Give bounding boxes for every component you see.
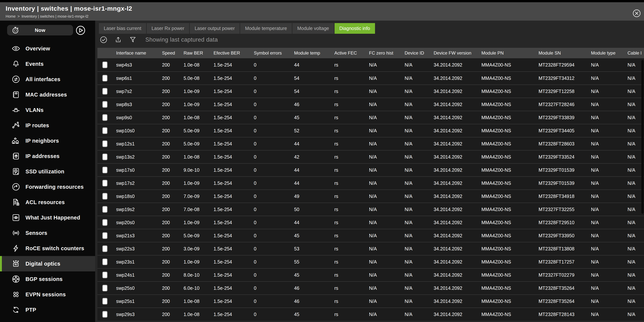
tab-module-temperature[interactable]: Module temperature — [240, 23, 292, 34]
row-checkbox[interactable] — [102, 271, 108, 278]
tab-module-voltage[interactable]: Module voltage — [292, 23, 334, 34]
row-checkbox[interactable] — [102, 75, 108, 82]
column-header-module-temp[interactable]: Module temp — [290, 51, 330, 56]
column-header-device-fw-version[interactable]: Device FW version — [430, 51, 478, 56]
column-header-efective-ber[interactable]: Efective BER — [210, 51, 250, 56]
table-row[interactable]: swp12s12005.0e-091.5e-254044rsN/AN/A34.2… — [98, 137, 644, 150]
sidebar-item-ip-routes[interactable]: IP routes — [0, 118, 95, 133]
row-checkbox[interactable] — [102, 245, 108, 252]
cell-efective-ber: 1.5e-254 — [210, 62, 250, 68]
table-row[interactable]: swp10s02005.0e-091.5e-254052rsN/AN/A34.2… — [98, 124, 644, 137]
cell-fc-zero-hist: N/A — [365, 298, 401, 304]
toolbar: Showing last captured data — [100, 34, 218, 45]
table-row[interactable]: swp17s02009.0e-101.5e-254044rsN/AN/A34.2… — [98, 163, 644, 176]
sidebar-item-ip-addresses[interactable]: IP addresses — [0, 148, 95, 164]
table-row[interactable]: swp4s32001.0e-081.5e-254044rsN/AN/A34.20… — [98, 58, 644, 71]
tab-laser-rx-power[interactable]: Laser Rx power — [147, 23, 189, 34]
export-icon[interactable] — [114, 36, 122, 44]
cell-device-id: N/A — [401, 76, 430, 81]
sidebar-item-ptp[interactable]: PTP — [0, 302, 95, 317]
column-header-module-pn[interactable]: Module PN — [478, 51, 535, 56]
column-header-interface-name[interactable]: Interface name — [112, 51, 158, 56]
row-checkbox[interactable] — [102, 127, 108, 134]
table-row[interactable]: swp18s02007.0e-091.5e-254049rsN/AN/A34.2… — [98, 189, 644, 203]
filter-icon[interactable] — [129, 36, 137, 44]
sidebar-item-forwarding-resources[interactable]: Forwarding resources — [0, 179, 95, 195]
column-header-device-id[interactable]: Device ID — [401, 51, 430, 56]
table-row[interactable]: swp24s12008.0e-101.5e-254045rsN/AN/A34.2… — [98, 268, 644, 281]
table-row[interactable]: swp25s02006.0e-101.5e-254046rsN/AN/A34.2… — [98, 281, 644, 294]
row-checkbox[interactable] — [102, 88, 108, 95]
table-row[interactable]: swp13s22001.0e-081.5e-254042rsN/AN/A34.2… — [98, 150, 644, 163]
table-row[interactable]: swp25s12001.0e-081.5e-254046rsN/AN/A34.2… — [98, 294, 644, 307]
column-header-speed[interactable]: Speed — [158, 51, 180, 56]
cell-symbol-errors: 0 — [250, 180, 290, 186]
row-checkbox[interactable] — [102, 206, 108, 213]
sidebar-item-all-interfaces[interactable]: All interfaces — [0, 72, 95, 87]
row-checkbox[interactable] — [102, 180, 108, 186]
sidebar-item-mac-addresses[interactable]: MAC addresses — [0, 87, 95, 102]
column-header-module-sn[interactable]: Module SN — [535, 51, 587, 56]
table-row[interactable]: swp9s02001.0e-081.5e-254045rsN/AN/A34.20… — [98, 111, 644, 124]
table-row[interactable]: swp29s32001.0e-081.5e-254045rsN/AN/A34.2… — [98, 307, 644, 321]
row-checkbox[interactable] — [102, 140, 108, 147]
time-picker-button[interactable]: Now — [7, 25, 73, 36]
row-checkbox[interactable] — [102, 167, 108, 173]
cell-cable-l: N/A — [624, 180, 644, 186]
breadcrumb-home[interactable]: Home — [6, 14, 16, 19]
tab-laser-bias-current[interactable]: Laser bias current — [99, 23, 146, 34]
close-icon[interactable] — [632, 9, 641, 18]
column-header-active-fec[interactable]: Active FEC — [330, 51, 365, 56]
row-checkbox[interactable] — [102, 232, 108, 239]
column-header-raw-ber[interactable]: Raw BER — [180, 51, 210, 56]
row-checkbox[interactable] — [102, 101, 108, 108]
table-row[interactable]: swp20s02001.0e-091.5e-254044rsN/AN/A34.2… — [98, 216, 644, 229]
column-header-module-type[interactable]: Module type — [587, 51, 624, 56]
row-checkbox[interactable] — [102, 285, 108, 291]
row-checkbox[interactable] — [102, 154, 108, 160]
row-checkbox[interactable] — [102, 298, 108, 304]
address-pin-book-icon — [12, 152, 20, 160]
sidebar-item-label: EVPN sessions — [26, 291, 66, 298]
sidebar-item-events[interactable]: Events — [0, 56, 95, 72]
sidebar-item-ip-neighbors[interactable]: IP neighbors — [0, 133, 95, 148]
tab-laser-output-power[interactable]: Laser output power — [190, 23, 240, 34]
sidebar-item-overview[interactable]: Overview — [0, 41, 95, 56]
sidebar-item-vlans[interactable]: VLANs — [0, 102, 95, 118]
vertical-scrollbar-thumb[interactable] — [642, 60, 644, 214]
cell-device-fw-version: 34.2014.2092 — [430, 246, 478, 251]
sidebar-item-roce-switch-counters[interactable]: RoCE switch counters — [0, 241, 95, 256]
table-row[interactable]: swp22s32003.0e-091.5e-254053rsN/AN/A34.2… — [98, 242, 644, 255]
cell-efective-ber: 1.5e-254 — [210, 207, 250, 212]
cell-module-type: N/A — [587, 207, 624, 212]
table-row[interactable]: swp7s22001.0e-091.5e-254054rsN/AN/A34.20… — [98, 85, 644, 98]
table-row[interactable]: swp21s32005.0e-091.5e-254045rsN/AN/A34.2… — [98, 229, 644, 242]
table-row[interactable]: swp19s22007.0e-081.5e-254050rsN/AN/A34.2… — [98, 203, 644, 216]
row-checkbox[interactable] — [102, 219, 108, 226]
sidebar-item-acl-resources[interactable]: ACL resources — [0, 195, 95, 210]
sidebar-item-evpn-sessions[interactable]: EVPN sessions — [0, 287, 95, 302]
cell-fc-zero-hist: N/A — [365, 285, 401, 291]
check-circle-icon[interactable] — [100, 36, 108, 44]
table-row[interactable]: swp17s22001.0e-091.5e-254044rsN/AN/A34.2… — [98, 176, 644, 189]
row-checkbox[interactable] — [102, 311, 108, 318]
row-checkbox[interactable] — [102, 62, 108, 68]
column-header-symbol-errors[interactable]: Symbol errors — [250, 51, 290, 56]
table-row[interactable]: swp8s32001.0e-091.5e-254046rsN/AN/A34.20… — [98, 98, 644, 111]
cell-fc-zero-hist: N/A — [365, 102, 401, 107]
sidebar-item-what-just-happened[interactable]: What Just Happened — [0, 210, 95, 225]
column-header-cable-l[interactable]: Cable l — [624, 51, 644, 56]
row-checkbox[interactable] — [102, 114, 108, 121]
row-checkbox[interactable] — [102, 258, 108, 265]
table-row[interactable]: swp23s12001.0e-091.5e-254055rsN/AN/A34.2… — [98, 255, 644, 268]
sidebar-item-sensors[interactable]: Sensors — [0, 225, 95, 241]
tab-diagnostic-info[interactable]: Diagnostic info — [334, 23, 375, 34]
play-button[interactable] — [75, 25, 86, 36]
column-header-fc-zero-hist[interactable]: FC zero hist — [365, 51, 401, 56]
row-checkbox[interactable] — [102, 193, 108, 200]
cell-module-pn: MMA4Z00-NS — [478, 62, 535, 68]
sidebar-item-bgp-sessions[interactable]: BGP sessions — [0, 271, 95, 287]
sidebar-item-digital-optics[interactable]: Digital optics — [0, 256, 95, 271]
sidebar-item-ssd-utilization[interactable]: SSD utilization — [0, 164, 95, 179]
table-row[interactable]: swp6s12005.0e-081.5e-254054rsN/AN/A34.20… — [98, 71, 644, 85]
